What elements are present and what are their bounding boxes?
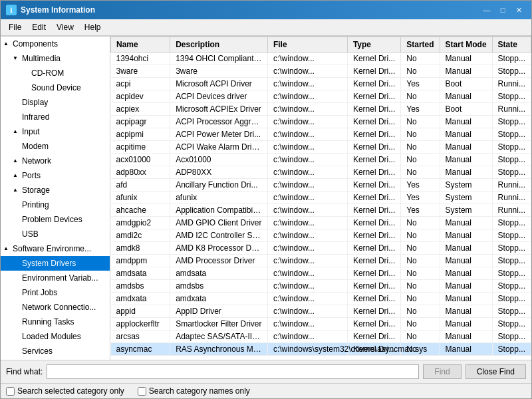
menu-help[interactable]: Help xyxy=(79,21,106,34)
table-row[interactable]: 1394ohci1394 OHCI Compliant ...c:\window… xyxy=(111,53,531,65)
table-row[interactable]: arcsasAdaptec SAS/SATA-II R...c:\window.… xyxy=(111,331,531,343)
table-row[interactable]: asyncmacRAS Asynchronous Me...c:\windows… xyxy=(111,343,531,356)
sidebar-item-environment-variables[interactable]: Environment Variab... xyxy=(1,271,110,285)
find-button[interactable]: Find xyxy=(423,364,461,379)
table-row[interactable]: applockerfltrSmartlocker Filter Driverc:… xyxy=(111,318,531,331)
table-row[interactable]: appidAppID Driverc:\window...Kernel Dri.… xyxy=(111,305,531,318)
sidebar-item-components[interactable]: ▲Components xyxy=(1,37,110,51)
sidebar-item-system-drivers[interactable]: System Drivers xyxy=(1,256,110,271)
search-category-checkbox[interactable] xyxy=(6,387,15,396)
cell-type: Kernel Dri... xyxy=(347,255,400,267)
cell-name: acpi xyxy=(111,78,170,90)
cell-file: c:\window... xyxy=(267,331,347,343)
search-names-option[interactable]: Search category names only xyxy=(138,386,250,396)
sidebar-label-loaded-modules: Loaded Modules xyxy=(22,331,81,342)
sidebar-item-network[interactable]: ▲Network xyxy=(1,154,110,168)
sidebar[interactable]: ▲Components▼MultimediaCD-ROMSound Device… xyxy=(1,37,110,360)
sidebar-item-loaded-modules[interactable]: Loaded Modules xyxy=(1,329,110,344)
table-row[interactable]: amdk8AMD K8 Processor Driv...c:\window..… xyxy=(111,242,531,255)
cell-startmode: Boot xyxy=(440,103,492,116)
cell-file: c:\window... xyxy=(267,166,347,179)
menu-edit[interactable]: Edit xyxy=(27,21,51,34)
cell-type: Kernel Dri... xyxy=(347,116,400,128)
sidebar-item-running-tasks[interactable]: Running Tasks xyxy=(1,315,110,329)
cell-name: 1394ohci xyxy=(111,53,170,65)
table-row[interactable]: ahcacheApplication Compatibili...c:\wind… xyxy=(111,204,531,217)
expander-input[interactable]: ▲ xyxy=(13,126,21,138)
cell-state: Stopp... xyxy=(492,255,531,267)
table-body: 1394ohci1394 OHCI Compliant ...c:\window… xyxy=(111,53,531,356)
cell-state: Stopp... xyxy=(492,293,531,305)
col-header-started[interactable]: Started xyxy=(401,37,440,53)
table-row[interactable]: acpitimeACPI Wake Alarm Driverc:\window.… xyxy=(111,141,531,154)
table-row[interactable]: acx01000Acx01000c:\window...Kernel Dri..… xyxy=(111,154,531,166)
sidebar-item-usb[interactable]: USB xyxy=(1,227,110,241)
maximize-button[interactable]: □ xyxy=(495,3,510,17)
table-row[interactable]: amdsbsamdsbsc:\window...Kernel Dri...NoM… xyxy=(111,280,531,293)
cell-file: c:\window... xyxy=(267,204,347,217)
table-row[interactable]: acpipmiACPI Power Meter Dri...c:\window.… xyxy=(111,128,531,141)
expander-software-environment[interactable]: ▲ xyxy=(3,243,11,255)
sidebar-item-services[interactable]: Services xyxy=(1,344,110,358)
table-row[interactable]: afunixafunixc:\window...Kernel Dri...Yes… xyxy=(111,192,531,204)
sidebar-item-print-jobs[interactable]: Print Jobs xyxy=(1,285,110,300)
cell-description: amdsata xyxy=(170,267,268,280)
sidebar-item-input[interactable]: ▲Input xyxy=(1,124,110,139)
sidebar-item-storage[interactable]: ▲Storage xyxy=(1,183,110,198)
sidebar-item-sound-device[interactable]: Sound Device xyxy=(1,80,110,95)
sidebar-item-cdrom[interactable]: CD-ROM xyxy=(1,66,110,80)
menu-bar: File Edit View Help xyxy=(1,19,531,36)
minimize-button[interactable]: — xyxy=(479,3,494,17)
sidebar-label-modem: Modem xyxy=(22,140,49,152)
sidebar-item-problem-devices[interactable]: Problem Devices xyxy=(1,212,110,227)
expander-storage[interactable]: ▲ xyxy=(13,184,21,196)
sidebar-item-modem[interactable]: Modem xyxy=(1,139,110,154)
table-row[interactable]: adp80xxADP80XXc:\window...Kernel Dri...N… xyxy=(111,166,531,179)
table-row[interactable]: acpidevACPI Devices driverc:\window...Ke… xyxy=(111,90,531,103)
table-row[interactable]: amdgpio2AMD GPIO Client Driverc:\window.… xyxy=(111,217,531,229)
cell-startmode: Manual xyxy=(440,242,492,255)
cell-name: 3ware xyxy=(111,65,170,78)
table-row[interactable]: acpipagrACPI Processor Aggreg...c:\windo… xyxy=(111,116,531,128)
expander-network[interactable]: ▲ xyxy=(13,155,21,167)
cell-name: asyncmac xyxy=(111,343,170,356)
sidebar-item-printing[interactable]: Printing xyxy=(1,198,110,212)
cell-type: Kernel Dri... xyxy=(347,242,400,255)
table-header: NameDescriptionFileTypeStartedStart Mode… xyxy=(111,37,531,53)
col-header-file[interactable]: File xyxy=(267,37,347,53)
sidebar-item-network-connections[interactable]: Network Connectio... xyxy=(1,300,110,315)
table-row[interactable]: 3ware3warec:\window...Kernel Dri...NoMan… xyxy=(111,65,531,78)
table-row[interactable]: acpiMicrosoft ACPI Driverc:\window...Ker… xyxy=(111,78,531,90)
expander-components[interactable]: ▲ xyxy=(3,38,11,50)
close-button[interactable]: ✕ xyxy=(511,3,526,17)
table-container[interactable]: NameDescriptionFileTypeStartedStart Mode… xyxy=(110,37,531,360)
menu-file[interactable]: File xyxy=(3,21,27,34)
table-row[interactable]: amdppmAMD Processor Driverc:\window...Ke… xyxy=(111,255,531,267)
cell-file: c:\window... xyxy=(267,103,347,116)
col-header-startmode[interactable]: Start Mode xyxy=(440,37,492,53)
table-row[interactable]: acpiexMicrosoft ACPIEx Driverc:\window..… xyxy=(111,103,531,116)
sidebar-label-multimedia: Multimedia xyxy=(22,53,61,65)
search-input[interactable] xyxy=(47,364,419,379)
table-row[interactable]: amdi2cAMD I2C Controller Se...c:\window.… xyxy=(111,229,531,242)
close-find-button[interactable]: Close Find xyxy=(466,364,526,379)
sidebar-item-ports[interactable]: ▲Ports xyxy=(1,168,110,183)
table-row[interactable]: amdxataamdxatac:\window...Kernel Dri...N… xyxy=(111,293,531,305)
col-header-state[interactable]: State xyxy=(492,37,531,53)
expander-multimedia[interactable]: ▼ xyxy=(13,53,21,65)
search-names-checkbox[interactable] xyxy=(138,387,146,396)
col-header-description[interactable]: Description xyxy=(170,37,268,53)
sidebar-item-infrared[interactable]: Infrared xyxy=(1,110,110,124)
col-header-name[interactable]: Name xyxy=(111,37,170,53)
col-header-type[interactable]: Type xyxy=(347,37,400,53)
table-row[interactable]: afdAncillary Function Dri...c:\window...… xyxy=(111,179,531,192)
table-row[interactable]: amdsataamdsatac:\window...Kernel Dri...N… xyxy=(111,267,531,280)
menu-view[interactable]: View xyxy=(51,21,79,34)
cell-startmode: Manual xyxy=(440,53,492,65)
cell-type: Kernel Dri... xyxy=(347,267,400,280)
sidebar-item-multimedia[interactable]: ▼Multimedia xyxy=(1,51,110,66)
sidebar-item-display[interactable]: Display xyxy=(1,95,110,110)
expander-ports[interactable]: ▲ xyxy=(13,170,21,182)
sidebar-item-software-environment[interactable]: ▲Software Environme... xyxy=(1,241,110,256)
search-category-option[interactable]: Search selected category only xyxy=(6,386,124,396)
